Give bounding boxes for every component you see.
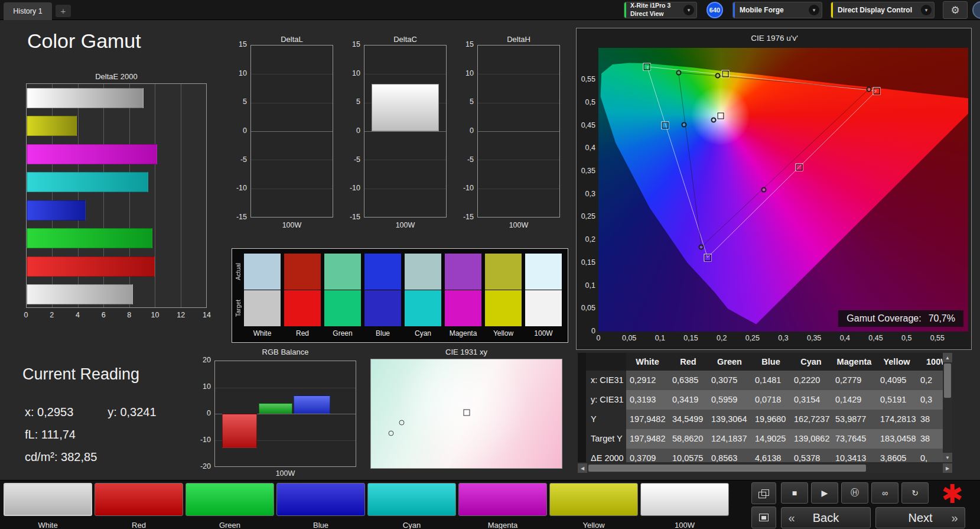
patch-button-green[interactable] <box>185 483 274 516</box>
layout-windows-button[interactable] <box>751 482 776 504</box>
fullscreen-button[interactable] <box>751 507 776 528</box>
axis-tick-label: -15 <box>226 213 247 221</box>
category-label: 100W <box>214 469 356 478</box>
target-marker-cyan <box>662 122 668 128</box>
patch-button-white[interactable] <box>4 483 92 516</box>
deltae-bar-blue <box>27 200 86 220</box>
table-row-0[interactable]: x: CIE310,29120,63850,30750,14810,22200,… <box>586 371 943 390</box>
target-swatch-magenta <box>445 290 481 326</box>
patch-button-yellow[interactable] <box>549 483 638 516</box>
deltae2000-plot <box>26 83 207 308</box>
chart-title-deltaC: DeltaC <box>364 35 447 44</box>
balance-bar-red <box>222 414 258 448</box>
reading-cd: cd/m²: 382,85 <box>25 450 97 464</box>
axis-tick-label: 0,45 <box>868 334 883 342</box>
axis-tick-label: 5 <box>339 98 360 106</box>
axis-tick-label: 0,3 <box>778 334 788 342</box>
deltae-bar-cyan <box>27 172 148 192</box>
source-dropdown[interactable]: Mobile Forge ▾ <box>732 2 822 18</box>
tab-history-1[interactable]: History 1 <box>4 2 52 20</box>
table-cell: 0,2779 <box>832 371 877 390</box>
table-cell: 38 <box>917 429 943 449</box>
axis-tick-label: 0,2 <box>577 235 595 244</box>
scroll-up-button[interactable]: ▲ <box>943 353 952 362</box>
back-button[interactable]: « Back <box>781 507 871 528</box>
table-cell: 4,6138 <box>751 449 790 462</box>
axis-tick-label: 0,5 <box>577 98 595 106</box>
gridline <box>478 189 559 189</box>
next-button[interactable]: Next » <box>875 507 965 528</box>
meter-accent <box>624 2 626 18</box>
patch-button-cyan[interactable] <box>367 483 456 516</box>
play-button[interactable]: ▶ <box>811 482 838 504</box>
continuous-button[interactable]: ∞ <box>871 482 898 504</box>
table-cell: 0,5959 <box>708 390 751 410</box>
axis-tick-label: 0,35 <box>577 167 595 175</box>
hold-button[interactable]: Ⓗ <box>841 482 868 504</box>
table-cell: 124,1837 <box>708 429 751 449</box>
axis-tick-label: -5 <box>452 155 474 164</box>
table-cell: 139,0862 <box>790 429 832 449</box>
patch-button-blue[interactable] <box>276 483 365 516</box>
axis-tick-label: 0,15 <box>577 258 595 267</box>
gridline <box>215 388 356 388</box>
partial-circle-button[interactable] <box>972 1 980 19</box>
table-cell: 0,4095 <box>877 371 917 390</box>
table-cell: 183,0458 <box>877 429 917 449</box>
patch-button-label: Red <box>95 521 183 529</box>
axis-tick-label: 6 <box>102 311 106 319</box>
patch-button-100w[interactable] <box>640 483 729 516</box>
table-cell: 10,0575 <box>669 449 708 462</box>
table-cell: 197,9482 <box>626 410 669 429</box>
row-label-target: Target <box>234 290 242 326</box>
scroll-thumb[interactable] <box>588 465 866 472</box>
target-swatch-white <box>244 290 281 326</box>
meter-dropdown[interactable]: X-Rite i1Pro 3 Direct View ▾ <box>624 2 697 18</box>
add-tab-button[interactable]: + <box>56 5 71 17</box>
table-cell: 34,5499 <box>669 410 708 429</box>
target-marker-white <box>717 113 724 119</box>
results-grid: WhiteRedGreenBlueCyanMagentaYellow100Wx:… <box>586 353 943 462</box>
chart-title-rgb-balance: RGB Balance <box>214 348 356 356</box>
plot-deltaH <box>477 45 560 218</box>
patch-button-magenta[interactable] <box>458 483 547 516</box>
table-cell: 10,3413 <box>832 449 877 462</box>
chart-title-cie1931: CIE 1931 xy <box>370 348 562 356</box>
scroll-down-button[interactable]: ▼ <box>943 453 952 462</box>
table-row-3[interactable]: Target Y197,948258,8620124,183714,902513… <box>586 429 943 449</box>
stop-button[interactable]: ■ <box>781 482 808 504</box>
swatch-label: Yellow <box>485 329 522 337</box>
row-label: y: CIE31 <box>586 390 626 410</box>
scroll-left-button[interactable]: ◀ <box>578 463 587 473</box>
scroll-thumb[interactable] <box>944 364 951 398</box>
patch-button-red[interactable] <box>95 483 183 516</box>
meter-name: X-Rite i1Pro 3 <box>630 2 670 10</box>
table-row-4[interactable]: ΔE 20000,370910,05750,85634,61380,537810… <box>586 449 943 462</box>
axis-tick-label: 10 <box>339 69 360 77</box>
scroll-right-button[interactable]: ▶ <box>943 463 952 473</box>
axis-tick-label: 15 <box>339 40 360 48</box>
horizontal-scrollbar[interactable]: ◀▶ <box>578 463 952 473</box>
display-control-name: Direct Display Control <box>831 6 930 14</box>
axis-tick-label: 10 <box>452 69 474 77</box>
refresh-button[interactable]: ↻ <box>901 482 929 504</box>
deltae-bar-magenta <box>27 144 157 164</box>
patch-button-label: Blue <box>276 521 365 529</box>
table-row-1[interactable]: y: CIE310,31930,34190,59590,07180,31540,… <box>586 390 943 410</box>
actual-swatch-magenta <box>445 254 481 290</box>
axis-tick-label: -10 <box>192 436 211 444</box>
table-row-2[interactable]: Y197,948234,5499139,306419,9680162,72375… <box>586 410 943 429</box>
table-cell: 0,3419 <box>669 390 708 410</box>
reading-y: y: 0,3241 <box>108 405 156 418</box>
meter-mode: Direct View <box>630 10 670 18</box>
gear-icon[interactable]: ⚙ <box>943 1 968 19</box>
vertical-scrollbar[interactable]: ▲▼ <box>943 353 952 462</box>
table-cell: 0,8563 <box>708 449 751 462</box>
meter-count-badge[interactable]: 640 <box>706 2 723 18</box>
chevron-down-icon: ▾ <box>809 5 819 15</box>
target-swatch-green <box>324 290 361 326</box>
swatch-label: Green <box>324 329 361 337</box>
actual-swatch-blue <box>364 254 401 290</box>
display-control-dropdown[interactable]: Direct Display Control ▾ <box>831 2 935 18</box>
axis-tick-label: 0,15 <box>683 334 698 342</box>
